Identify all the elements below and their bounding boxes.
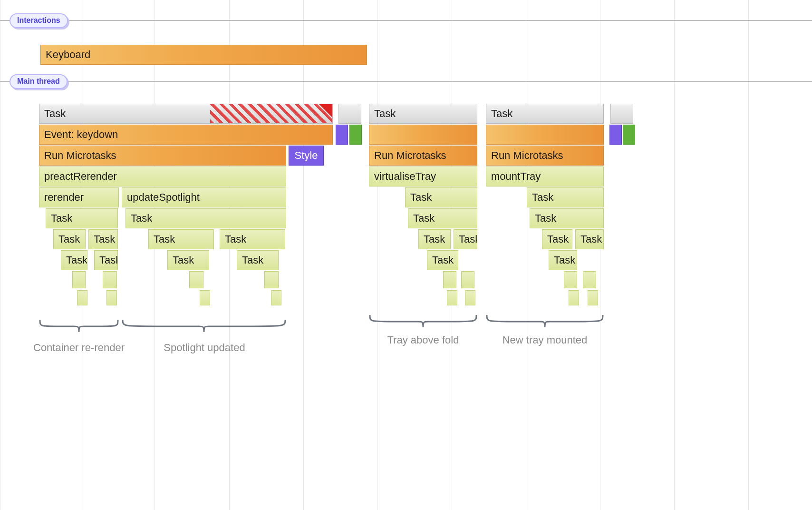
fn-task[interactable]: Task xyxy=(405,187,477,207)
fn-task[interactable]: Task xyxy=(575,229,604,249)
annotation-spotlight-updated: Spotlight updated xyxy=(143,342,266,354)
task-bar[interactable]: Task xyxy=(369,104,477,124)
fn-updateSpotlight[interactable]: updateSpotlight xyxy=(122,187,286,207)
fn-task[interactable]: Task xyxy=(94,250,118,270)
gridline xyxy=(674,0,675,510)
fn-task[interactable] xyxy=(264,271,279,288)
long-task-corner-icon xyxy=(319,104,332,118)
fn-task[interactable] xyxy=(465,290,475,305)
task-bar[interactable] xyxy=(610,104,633,124)
track-label-interactions[interactable]: Interactions xyxy=(10,13,68,28)
fn-task[interactable]: Task xyxy=(167,250,209,270)
task-bar[interactable] xyxy=(338,104,361,124)
fn-task[interactable]: Task xyxy=(549,250,577,270)
fn-task[interactable] xyxy=(461,271,474,288)
gridline xyxy=(303,0,304,510)
fn-task[interactable]: Task xyxy=(418,229,451,249)
fn-rerender[interactable]: rerender xyxy=(39,187,119,207)
flame-chart-canvas[interactable]: Interactions Main thread Keyboard Task T… xyxy=(0,0,812,510)
event-slice[interactable] xyxy=(369,125,477,145)
fn-task[interactable] xyxy=(72,271,86,288)
fn-task[interactable] xyxy=(106,290,117,305)
fn-task[interactable] xyxy=(200,290,210,305)
run-microtasks[interactable]: Run Microtasks xyxy=(39,146,286,166)
fn-task[interactable]: Task xyxy=(454,229,477,249)
fn-preactRerender[interactable]: preactRerender xyxy=(39,167,286,186)
run-microtasks[interactable]: Run Microtasks xyxy=(369,146,477,166)
event-slice[interactable] xyxy=(486,125,604,145)
fn-task[interactable] xyxy=(447,290,457,305)
fn-task[interactable]: Task xyxy=(126,208,286,228)
track-label-main-thread[interactable]: Main thread xyxy=(10,74,68,89)
task-bar[interactable]: Task xyxy=(486,104,604,124)
fn-task[interactable]: Task xyxy=(88,229,118,249)
task-bar[interactable]: Task xyxy=(39,104,333,124)
gridline xyxy=(229,0,230,510)
track-rule-main xyxy=(0,81,812,82)
interaction-keyboard[interactable]: Keyboard xyxy=(40,45,367,65)
fn-task[interactable]: Task xyxy=(427,250,458,270)
paint-slice[interactable] xyxy=(349,125,362,145)
fn-task[interactable]: Task xyxy=(148,229,214,249)
fn-task[interactable]: Task xyxy=(53,229,86,249)
fn-task[interactable] xyxy=(583,271,596,288)
fn-task[interactable] xyxy=(103,271,117,288)
gridline xyxy=(377,0,377,510)
annotation-new-tray-mounted: New tray mounted xyxy=(492,334,598,346)
gridline xyxy=(748,0,749,510)
fn-task[interactable] xyxy=(189,271,203,288)
fn-task[interactable]: Task xyxy=(542,229,572,249)
style-block[interactable]: Style xyxy=(289,146,324,166)
fn-virtualiseTray[interactable]: virtualiseTray xyxy=(369,167,477,186)
fn-task[interactable] xyxy=(77,290,87,305)
fn-task[interactable]: Task xyxy=(46,208,118,228)
fn-task[interactable]: Task xyxy=(61,250,87,270)
brace-icon xyxy=(39,319,119,333)
style-recalc-slice[interactable] xyxy=(609,125,622,145)
fn-task[interactable] xyxy=(569,290,579,305)
fn-task[interactable] xyxy=(564,271,577,288)
fn-task[interactable] xyxy=(271,290,281,305)
track-rule-interactions xyxy=(0,20,812,21)
brace-icon xyxy=(122,319,286,333)
fn-task[interactable]: Task xyxy=(220,229,285,249)
brace-icon xyxy=(369,314,477,328)
gridline xyxy=(0,0,0,510)
fn-task[interactable] xyxy=(443,271,456,288)
fn-task[interactable]: Task xyxy=(527,187,604,207)
gridline xyxy=(155,0,155,510)
paint-slice[interactable] xyxy=(623,125,635,145)
run-microtasks[interactable]: Run Microtasks xyxy=(486,146,604,166)
fn-task[interactable]: Task xyxy=(237,250,279,270)
fn-task[interactable]: Task xyxy=(408,208,477,228)
gridline xyxy=(526,0,526,510)
fn-task[interactable] xyxy=(588,290,598,305)
fn-task[interactable]: Task xyxy=(530,208,604,228)
annotation-tray-above-fold: Tray above fold xyxy=(376,334,471,346)
brace-icon xyxy=(486,314,604,328)
long-task-hatch xyxy=(210,104,332,123)
event-keydown[interactable]: Event: keydown xyxy=(39,125,333,145)
task-label: Task xyxy=(44,108,66,120)
gridline xyxy=(600,0,600,510)
fn-mountTray[interactable]: mountTray xyxy=(486,167,604,186)
style-recalc-slice[interactable] xyxy=(336,125,348,145)
annotation-container-rerender: Container re-render xyxy=(33,342,125,354)
